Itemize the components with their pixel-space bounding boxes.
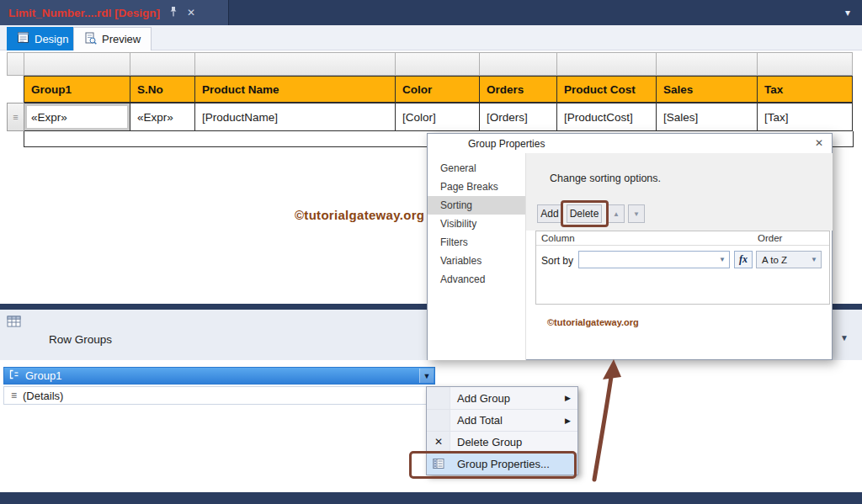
header-cell-tax[interactable]: Tax: [758, 76, 853, 103]
header-cell-sales[interactable]: Sales: [657, 76, 758, 103]
design-icon: [17, 31, 29, 46]
dialog-nav-visibility[interactable]: Visibility: [428, 215, 525, 233]
dialog-nav-variables[interactable]: Variables: [428, 252, 525, 270]
view-tabstrip: Design Preview: [0, 25, 862, 50]
preview-icon: [84, 32, 97, 47]
window-menu-chevron-icon[interactable]: ▾: [838, 0, 857, 25]
row-groups-menu-chevron-icon[interactable]: ▼: [840, 333, 849, 342]
header-cell-product-name[interactable]: Product Name: [195, 76, 396, 103]
data-cell-product-cost[interactable]: [ProductCost]: [557, 103, 657, 131]
nav-label: Variables: [440, 255, 482, 267]
data-cell-group1-expr[interactable]: «Expr»: [24, 103, 130, 131]
sort-order-dropdown[interactable]: A to Z ▼: [756, 251, 822, 268]
group-icon: [9, 369, 19, 382]
details-item-label: (Details): [23, 390, 63, 402]
sort-column-dropdown[interactable]: ▼: [578, 251, 730, 268]
dialog-heading: Change sorting options.: [550, 172, 661, 184]
dialog-nav-sorting[interactable]: Sorting: [428, 196, 525, 215]
column-header-label: Column: [541, 233, 575, 243]
dialog-nav-general[interactable]: General: [428, 159, 525, 178]
menu-item-delete-group[interactable]: ✕ Delete Group: [427, 431, 577, 453]
tablix-corner-handle[interactable]: [7, 52, 24, 76]
document-tab[interactable]: Limit_Number....rdl [Design] ✕: [0, 0, 229, 25]
watermark-text: ©tutorialgateway.org: [547, 317, 639, 327]
data-cell-product-name[interactable]: [ProductName]: [195, 103, 396, 131]
tab-preview-label: Preview: [102, 33, 141, 45]
menu-item-add-total[interactable]: Add Total ▶: [427, 409, 577, 431]
menu-item-add-group[interactable]: Add Group ▶: [427, 387, 577, 409]
add-sort-button[interactable]: Add: [537, 204, 562, 223]
data-cell-sno-expr[interactable]: «Expr»: [130, 103, 195, 131]
sort-list: Column Order Sort by ▼ fx A to Z ▼: [535, 231, 830, 305]
chevron-down-icon: ▼: [811, 256, 817, 263]
column-handle[interactable]: [396, 52, 480, 76]
chevron-down-icon: ▼: [719, 256, 726, 263]
header-cell-product-cost[interactable]: Product Cost: [557, 76, 657, 103]
menu-item-label: Add Group: [457, 392, 510, 405]
dialog-close-icon[interactable]: ✕: [815, 137, 823, 149]
submenu-arrow-icon: ▶: [565, 394, 571, 402]
dialog-nav-page-breaks[interactable]: Page Breaks: [428, 178, 525, 196]
row-handle[interactable]: ≡: [7, 103, 24, 131]
column-handle[interactable]: [758, 52, 853, 76]
move-up-button[interactable]: ▲: [608, 204, 625, 223]
data-cell-tax[interactable]: [Tax]: [758, 103, 853, 131]
move-down-button[interactable]: ▼: [628, 204, 645, 223]
data-cell-sales[interactable]: [Sales]: [657, 103, 758, 131]
tab-design-label: Design: [35, 33, 68, 45]
tab-design[interactable]: Design: [7, 27, 78, 50]
group-dropdown-chevron-icon[interactable]: ▼: [419, 369, 434, 383]
column-handle[interactable]: [557, 52, 657, 76]
nav-label: Page Breaks: [440, 181, 498, 193]
watermark-text: ©tutorialgateway.org: [295, 208, 424, 222]
dialog-nav-filters[interactable]: Filters: [428, 233, 525, 252]
dialog-nav-advanced[interactable]: Advanced: [428, 270, 525, 289]
group-properties-dialog: Group Properties ✕ General Page Breaks S…: [427, 133, 833, 360]
sort-list-header: Column Order: [536, 231, 829, 246]
column-handle[interactable]: [480, 52, 557, 76]
menu-item-group-properties[interactable]: Group Properties...: [427, 453, 577, 475]
row-group-item-details[interactable]: ≡ (Details): [3, 386, 435, 405]
header-cell-color[interactable]: Color: [396, 76, 480, 103]
row-group-item-label: Group1: [25, 369, 61, 382]
delete-icon: ✕: [434, 436, 443, 448]
header-cell-group1[interactable]: Group1: [24, 76, 130, 103]
data-cell-color[interactable]: [Color]: [396, 103, 480, 131]
sort-order-value: A to Z: [757, 255, 787, 265]
menu-item-label: Group Properties...: [457, 458, 550, 470]
row-group-item-group1[interactable]: Group1 ▼: [3, 367, 435, 385]
menu-item-label: Add Total: [457, 414, 503, 427]
nav-label: Advanced: [440, 273, 485, 285]
column-handle[interactable]: [657, 52, 758, 76]
nav-label: General: [440, 162, 476, 174]
header-cell-sno[interactable]: S.No: [130, 76, 195, 103]
document-title: Limit_Number....rdl [Design]: [8, 7, 160, 19]
order-header-label: Order: [758, 233, 782, 243]
delete-sort-button[interactable]: Delete: [567, 204, 602, 223]
pin-icon[interactable]: [168, 6, 178, 19]
group-context-menu: Add Group ▶ Add Total ▶ ✕ Delete Group G…: [426, 386, 578, 475]
row-groups-title: Row Groups: [49, 333, 112, 346]
document-close-icon[interactable]: ✕: [187, 8, 195, 18]
details-icon: ≡: [11, 390, 17, 401]
column-handle[interactable]: [195, 52, 396, 76]
data-cell-orders[interactable]: [Orders]: [480, 103, 557, 131]
submenu-arrow-icon: ▶: [565, 416, 571, 425]
sort-by-label: Sort by: [541, 255, 573, 267]
header-cell-orders[interactable]: Orders: [480, 76, 557, 103]
column-handle[interactable]: [24, 52, 130, 76]
nav-label: Sorting: [440, 199, 472, 211]
window-titlebar: Limit_Number....rdl [Design] ✕ ▾: [0, 0, 862, 25]
status-bar: [0, 492, 862, 504]
dialog-nav-pane: General Page Breaks Sorting Visibility F…: [428, 153, 526, 360]
tab-preview[interactable]: Preview: [73, 27, 152, 50]
menu-item-label: Delete Group: [457, 436, 522, 448]
tablix-data-row: «Expr» «Expr» [ProductName] [Color] [Ord…: [24, 103, 853, 131]
tablix-header-row: Group1 S.No Product Name Color Orders Pr…: [24, 76, 853, 103]
dialog-title: Group Properties: [468, 138, 545, 150]
nav-label: Visibility: [440, 218, 476, 230]
grouping-grid-icon[interactable]: [7, 315, 21, 332]
expression-fx-button[interactable]: fx: [734, 251, 753, 268]
tablix-column-handles: [24, 52, 853, 76]
column-handle[interactable]: [130, 52, 195, 76]
